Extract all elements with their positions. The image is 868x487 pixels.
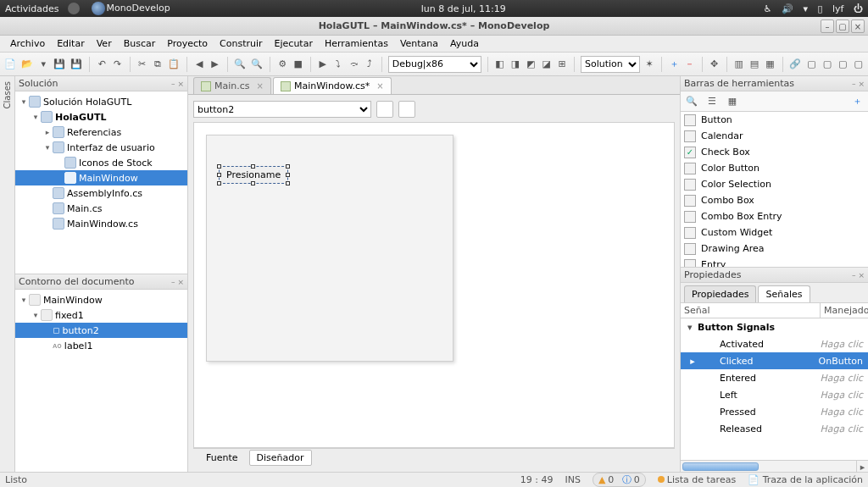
new-dropdown-icon[interactable]: ▾ [37, 56, 49, 73]
tool-e-icon[interactable]: ⊞ [556, 56, 568, 73]
footer-tab-source[interactable]: Fuente [198, 450, 246, 466]
solution-node[interactable]: ▾Solución HolaGUTL [15, 94, 187, 109]
scrollbar-right-arrow-icon[interactable]: ▸ [856, 461, 868, 473]
tab-signals[interactable]: Señales [758, 285, 810, 302]
sort2-icon[interactable]: ▢ [821, 56, 833, 73]
menu-archivo[interactable]: Archivo [5, 36, 50, 51]
battery-icon[interactable]: ▯ [817, 3, 822, 14]
nav-fwd-icon[interactable]: ▶ [209, 56, 220, 73]
toolbox-item[interactable]: Button [681, 112, 868, 128]
undo-icon[interactable]: ↶ [96, 56, 108, 73]
signal-row[interactable]: ReleasedHaga clic [681, 420, 868, 437]
designer-object-select[interactable]: button2 [193, 101, 371, 118]
toolbox-item[interactable]: Custom Widget [681, 224, 868, 241]
toolbox-item[interactable]: Entry [681, 257, 868, 267]
outline-node[interactable]: ▢button2 [15, 323, 187, 338]
menu-ayuda[interactable]: Ayuda [445, 36, 484, 51]
signal-row[interactable]: ActivatedHaga clic [681, 335, 868, 352]
doc-tab[interactable]: Main.cs× [193, 77, 271, 94]
solution-node[interactable]: Main.cs [15, 201, 187, 216]
toolbox-item[interactable]: Color Button [681, 160, 868, 176]
footer-tab-designer[interactable]: Diseñador [249, 450, 312, 466]
pane-close-icon[interactable]: × [177, 80, 184, 88]
signals-col-handler[interactable]: Manejador [821, 303, 868, 318]
add-blue-icon[interactable]: ＋ [668, 56, 680, 73]
pane-close-icon[interactable]: × [858, 271, 865, 279]
outline-node[interactable]: ▾MainWindow [15, 292, 187, 307]
stop-icon[interactable]: ■ [292, 56, 303, 73]
signal-row[interactable]: LeftHaga clic [681, 386, 868, 403]
status-trace[interactable]: 📄 Traza de la aplicación [748, 474, 863, 485]
toolbox-item[interactable]: Combo Box [681, 192, 868, 208]
toolbox-item[interactable]: Drawing Area [681, 241, 868, 257]
solution-node[interactable]: MainWindow [15, 170, 187, 185]
remove-red-icon[interactable]: － [683, 56, 695, 73]
toolbox-item[interactable]: Combo Box Entry [681, 208, 868, 224]
view-config-icon[interactable]: ✶ [643, 56, 655, 73]
outline-tree[interactable]: ▾MainWindow▾fixed1▢button2ᴀᴏlabel1 [15, 290, 187, 472]
grid-snap-b-icon[interactable] [398, 101, 415, 118]
toolbox-item[interactable]: Calendar [681, 128, 868, 144]
save-icon[interactable]: 💾 [53, 56, 66, 73]
tool-d-icon[interactable]: ◪ [541, 56, 553, 73]
grid-snap-a-icon[interactable] [376, 101, 393, 118]
window-close-button[interactable]: × [851, 19, 865, 33]
find-icon[interactable]: 🔍 [233, 56, 247, 73]
design-window-surface[interactable]: Presioname [206, 135, 453, 362]
solution-node[interactable]: ▾Interfaz de usuario [15, 140, 187, 155]
menu-proyecto[interactable]: Proyecto [162, 36, 213, 51]
tool-b-icon[interactable]: ◨ [509, 56, 521, 73]
tool-c-icon[interactable]: ◩ [525, 56, 537, 73]
solution-node[interactable]: ▾HolaGUTL [15, 109, 187, 125]
menu-editar[interactable]: Editar [52, 36, 90, 51]
menu-herramientas[interactable]: Herramientas [320, 36, 393, 51]
properties-h-scrollbar[interactable]: ▸ [681, 460, 868, 472]
debug-step-icon[interactable]: ⤵ [332, 56, 344, 73]
clock-label[interactable]: lun 8 de jul, 11:19 [421, 3, 506, 14]
status-warnings-pill[interactable]: ▲0 ⓘ0 [593, 473, 646, 487]
run-icon[interactable]: ▶ [317, 56, 329, 73]
power-icon[interactable]: ⏻ [854, 3, 863, 14]
debug-over-icon[interactable]: ⤼ [348, 56, 359, 73]
signal-row[interactable]: ▸ClickedOnButton [681, 352, 868, 369]
toolbox-list[interactable]: ButtonCalendarCheck BoxColor ButtonColor… [681, 112, 868, 267]
find-all-icon[interactable]: 🔍 [250, 56, 264, 73]
new-file-icon[interactable]: 📄 [3, 56, 17, 73]
solution-node[interactable]: ▸Referencias [15, 125, 187, 140]
doc-tab[interactable]: MainWindow.cs*× [273, 77, 392, 94]
tool-a-icon[interactable]: ◧ [493, 56, 505, 73]
tab-close-icon[interactable]: × [257, 81, 264, 91]
move-icon[interactable]: ✥ [708, 56, 720, 73]
menu-ventana[interactable]: Ventana [395, 36, 443, 51]
build-config-select[interactable]: Debug|x86 [388, 56, 481, 73]
pane-auto-hide-icon[interactable]: – [852, 80, 856, 88]
build-icon[interactable]: ⚙ [276, 56, 288, 73]
classes-tab[interactable]: Clases [3, 81, 12, 108]
window-maximize-button[interactable]: ▢ [836, 19, 849, 33]
tab-properties[interactable]: Propiedades [684, 285, 756, 302]
menu-buscar[interactable]: Buscar [119, 36, 161, 51]
pane-close-icon[interactable]: × [177, 278, 184, 286]
link-icon[interactable]: 🔗 [788, 56, 802, 73]
toolbox-item[interactable]: Color Selection [681, 176, 868, 192]
pane-auto-hide-icon[interactable]: – [852, 271, 856, 279]
signals-list[interactable]: ▾ Button SignalsActivatedHaga clic▸Click… [681, 318, 868, 460]
layout-b-icon[interactable]: ▤ [748, 56, 760, 73]
outline-node[interactable]: ▾fixed1 [15, 307, 187, 323]
solution-node[interactable]: AssemblyInfo.cs [15, 185, 187, 201]
copy-icon[interactable]: ⧉ [152, 56, 164, 73]
pane-auto-hide-icon[interactable]: – [171, 80, 175, 88]
nav-back-icon[interactable]: ◀ [193, 56, 205, 73]
pane-close-icon[interactable]: × [858, 80, 865, 88]
sort3-icon[interactable]: ▢ [837, 56, 849, 73]
user-menu[interactable]: lyf [832, 3, 843, 14]
paste-icon[interactable]: 📋 [167, 56, 181, 73]
signals-col-signal[interactable]: Señal [681, 303, 821, 318]
toolbox-search-icon[interactable]: 🔍 [684, 94, 699, 109]
sort1-icon[interactable]: ▢ [805, 56, 817, 73]
menu-ejecutar[interactable]: Ejecutar [270, 36, 318, 51]
layout-c-icon[interactable]: ▦ [764, 56, 776, 73]
solution-node[interactable]: Iconos de Stock [15, 155, 187, 170]
toolbox-grid-icon[interactable]: ▦ [725, 94, 740, 109]
menu-ver[interactable]: Ver [92, 36, 117, 51]
